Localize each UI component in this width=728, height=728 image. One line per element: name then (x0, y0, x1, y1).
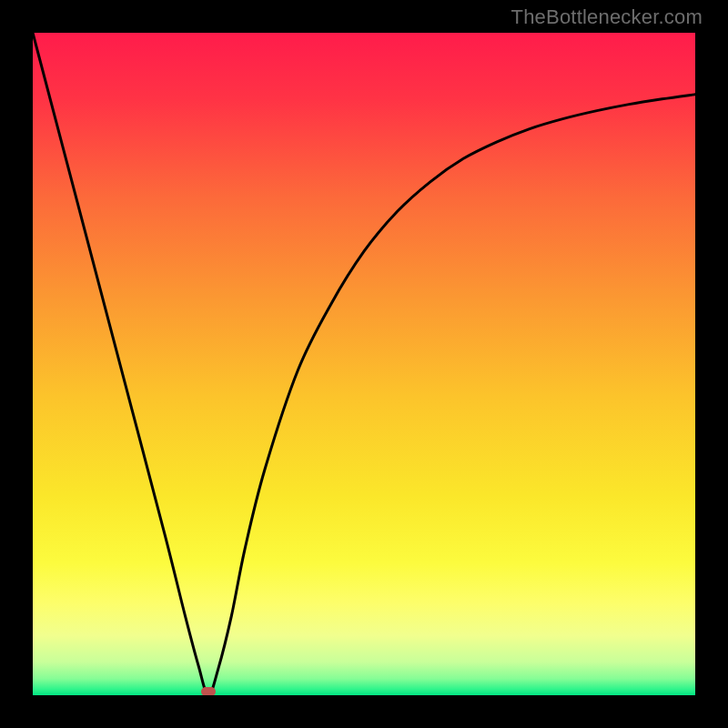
optimal-point-marker (201, 687, 216, 695)
bottleneck-curve (33, 33, 695, 695)
chart-container: TheBottlenecker.com (0, 0, 728, 728)
plot-area (33, 33, 695, 695)
watermark-text: TheBottlenecker.com (511, 5, 703, 29)
